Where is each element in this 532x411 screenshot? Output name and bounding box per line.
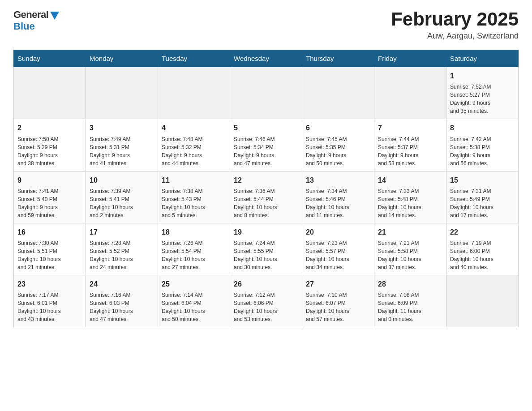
calendar-day-cell: 18Sunrise: 7:26 AMSunset: 5:54 PMDayligh… [158,223,230,275]
calendar-day-cell: 19Sunrise: 7:24 AMSunset: 5:55 PMDayligh… [230,223,302,275]
day-info: Sunrise: 7:19 AMSunset: 6:00 PMDaylight:… [450,239,515,271]
calendar-table: SundayMondayTuesdayWednesdayThursdayFrid… [13,50,519,327]
page-header: General Blue February 2025 Auw, Aargau, … [13,9,519,41]
day-info: Sunrise: 7:31 AMSunset: 5:49 PMDaylight:… [450,187,515,219]
day-number: 14 [378,175,442,185]
day-info: Sunrise: 7:12 AMSunset: 6:06 PMDaylight:… [234,291,298,323]
day-number: 22 [450,227,515,237]
day-number: 6 [306,123,370,133]
day-info: Sunrise: 7:46 AMSunset: 5:34 PMDaylight:… [234,135,298,167]
calendar-day-cell: 20Sunrise: 7:23 AMSunset: 5:57 PMDayligh… [302,223,374,275]
calendar-day-cell: 8Sunrise: 7:42 AMSunset: 5:38 PMDaylight… [446,119,519,171]
day-info: Sunrise: 7:14 AMSunset: 6:04 PMDaylight:… [162,291,226,323]
page-subtitle: Auw, Aargau, Switzerland [391,31,519,41]
calendar-day-cell: 4Sunrise: 7:48 AMSunset: 5:32 PMDaylight… [158,119,230,171]
calendar-day-cell: 15Sunrise: 7:31 AMSunset: 5:49 PMDayligh… [446,171,519,223]
day-info: Sunrise: 7:08 AMSunset: 6:09 PMDaylight:… [378,291,442,323]
calendar-week-row: 16Sunrise: 7:30 AMSunset: 5:51 PMDayligh… [14,223,519,275]
day-number: 15 [450,175,515,185]
calendar-day-cell: 26Sunrise: 7:12 AMSunset: 6:06 PMDayligh… [230,275,302,327]
calendar-day-cell: 23Sunrise: 7:17 AMSunset: 6:01 PMDayligh… [14,275,86,327]
page-title: February 2025 [391,9,519,30]
calendar-day-cell: 3Sunrise: 7:49 AMSunset: 5:31 PMDaylight… [86,119,158,171]
day-number: 18 [162,227,226,237]
calendar-day-cell: 24Sunrise: 7:16 AMSunset: 6:03 PMDayligh… [86,275,158,327]
day-number: 12 [234,175,298,185]
calendar-day-cell [230,67,302,119]
calendar-day-cell [446,275,519,327]
day-info: Sunrise: 7:36 AMSunset: 5:44 PMDaylight:… [234,187,298,219]
day-number: 21 [378,227,442,237]
day-number: 26 [234,279,298,289]
day-number: 23 [17,279,82,289]
day-number: 27 [306,279,370,289]
day-number: 17 [90,227,154,237]
calendar-week-row: 23Sunrise: 7:17 AMSunset: 6:01 PMDayligh… [14,275,519,327]
calendar-week-row: 1Sunrise: 7:52 AMSunset: 5:27 PMDaylight… [14,67,519,119]
calendar-header-cell: Sunday [14,50,86,67]
day-info: Sunrise: 7:24 AMSunset: 5:55 PMDaylight:… [234,239,298,271]
day-info: Sunrise: 7:52 AMSunset: 5:27 PMDaylight:… [450,83,515,115]
calendar-header-cell: Thursday [302,50,374,67]
calendar-day-cell: 16Sunrise: 7:30 AMSunset: 5:51 PMDayligh… [14,223,86,275]
calendar-day-cell: 2Sunrise: 7:50 AMSunset: 5:29 PMDaylight… [14,119,86,171]
day-info: Sunrise: 7:48 AMSunset: 5:32 PMDaylight:… [162,135,226,167]
calendar-body: 1Sunrise: 7:52 AMSunset: 5:27 PMDaylight… [14,67,519,327]
calendar-day-cell: 1Sunrise: 7:52 AMSunset: 5:27 PMDaylight… [446,67,519,119]
day-number: 8 [450,123,515,133]
day-info: Sunrise: 7:41 AMSunset: 5:40 PMDaylight:… [17,187,82,219]
day-info: Sunrise: 7:50 AMSunset: 5:29 PMDaylight:… [17,135,82,167]
calendar-day-cell: 12Sunrise: 7:36 AMSunset: 5:44 PMDayligh… [230,171,302,223]
calendar-day-cell: 5Sunrise: 7:46 AMSunset: 5:34 PMDaylight… [230,119,302,171]
logo-triangle-icon [50,12,59,20]
logo-general-text: General [13,9,48,21]
day-number: 13 [306,175,370,185]
day-number: 3 [90,123,154,133]
day-number: 11 [162,175,226,185]
calendar-day-cell: 14Sunrise: 7:33 AMSunset: 5:48 PMDayligh… [374,171,446,223]
day-info: Sunrise: 7:23 AMSunset: 5:57 PMDaylight:… [306,239,370,271]
day-info: Sunrise: 7:16 AMSunset: 6:03 PMDaylight:… [90,291,154,323]
day-number: 20 [306,227,370,237]
day-info: Sunrise: 7:28 AMSunset: 5:52 PMDaylight:… [90,239,154,271]
calendar-day-cell: 17Sunrise: 7:28 AMSunset: 5:52 PMDayligh… [86,223,158,275]
day-number: 10 [90,175,154,185]
logo: General Blue [13,9,59,32]
day-number: 1 [450,71,515,81]
calendar-day-cell: 9Sunrise: 7:41 AMSunset: 5:40 PMDaylight… [14,171,86,223]
calendar-header-row: SundayMondayTuesdayWednesdayThursdayFrid… [14,50,519,67]
day-number: 4 [162,123,226,133]
calendar-day-cell: 28Sunrise: 7:08 AMSunset: 6:09 PMDayligh… [374,275,446,327]
calendar-day-cell: 13Sunrise: 7:34 AMSunset: 5:46 PMDayligh… [302,171,374,223]
day-number: 5 [234,123,298,133]
calendar-day-cell: 25Sunrise: 7:14 AMSunset: 6:04 PMDayligh… [158,275,230,327]
day-number: 9 [17,175,82,185]
day-info: Sunrise: 7:21 AMSunset: 5:58 PMDaylight:… [378,239,442,271]
day-info: Sunrise: 7:17 AMSunset: 6:01 PMDaylight:… [17,291,82,323]
day-number: 25 [162,279,226,289]
calendar-day-cell [374,67,446,119]
calendar-header-cell: Wednesday [230,50,302,67]
logo-blue-text: Blue [13,21,35,32]
calendar-day-cell [14,67,86,119]
day-info: Sunrise: 7:45 AMSunset: 5:35 PMDaylight:… [306,135,370,167]
day-number: 2 [17,123,82,133]
calendar-header-cell: Monday [86,50,158,67]
calendar-day-cell: 10Sunrise: 7:39 AMSunset: 5:41 PMDayligh… [86,171,158,223]
day-number: 28 [378,279,442,289]
day-info: Sunrise: 7:30 AMSunset: 5:51 PMDaylight:… [17,239,82,271]
calendar-week-row: 9Sunrise: 7:41 AMSunset: 5:40 PMDaylight… [14,171,519,223]
calendar-header-cell: Friday [374,50,446,67]
calendar-day-cell [158,67,230,119]
calendar-header: SundayMondayTuesdayWednesdayThursdayFrid… [14,50,519,67]
day-info: Sunrise: 7:38 AMSunset: 5:43 PMDaylight:… [162,187,226,219]
calendar-header-cell: Tuesday [158,50,230,67]
calendar-day-cell: 22Sunrise: 7:19 AMSunset: 6:00 PMDayligh… [446,223,519,275]
day-number: 24 [90,279,154,289]
day-info: Sunrise: 7:26 AMSunset: 5:54 PMDaylight:… [162,239,226,271]
calendar-day-cell: 11Sunrise: 7:38 AMSunset: 5:43 PMDayligh… [158,171,230,223]
calendar-day-cell: 6Sunrise: 7:45 AMSunset: 5:35 PMDaylight… [302,119,374,171]
day-info: Sunrise: 7:49 AMSunset: 5:31 PMDaylight:… [90,135,154,167]
day-info: Sunrise: 7:10 AMSunset: 6:07 PMDaylight:… [306,291,370,323]
day-number: 16 [17,227,82,237]
